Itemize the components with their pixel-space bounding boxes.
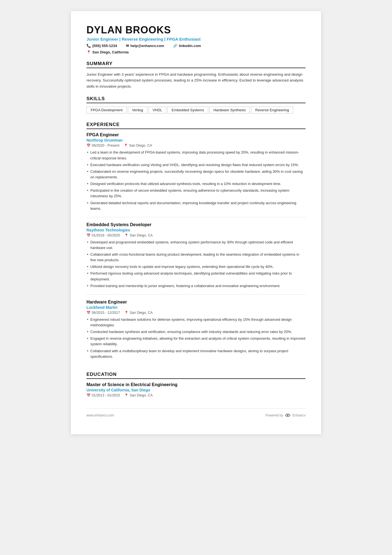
summary-section: SUMMARY Junior Engineer with 3 years' ex… [86, 61, 306, 90]
education-section: EDUCATION Master of Science in Electrica… [86, 372, 306, 397]
bullet-item: Conducted hardware synthesis and verific… [86, 329, 306, 335]
bullet-item: Collaborated with a multidisciplinary te… [86, 348, 306, 359]
bullet-item: Engineered robust hardware solutions for… [86, 317, 306, 328]
calendar-icon: 📅 [86, 311, 91, 315]
education-entry: Master of Science in Electrical Engineer… [86, 382, 306, 397]
location-icon: 📍 [124, 144, 128, 147]
exp-meta: 📅 06/2015 - 12/2017 📍 San Diego, CA [86, 311, 306, 315]
page-footer: www.enhancv.com Powered by Enhancv [86, 408, 306, 418]
email-address: help@enhancv.com [130, 44, 164, 48]
location-icon: 📍 [124, 393, 128, 397]
experience-entry: Embedded Systems Developer Raytheon Tech… [86, 222, 306, 295]
skill-item: Reverse Engineering [251, 107, 293, 114]
edu-degree: Master of Science in Electrical Engineer… [86, 382, 306, 387]
bullet-item: Performed rigorous testing using advance… [86, 271, 306, 282]
summary-text: Junior Engineer with 3 years' experience… [86, 71, 306, 90]
exp-dates: 📅 06/2015 - 12/2017 [86, 311, 120, 315]
powered-by-text: Powered by [266, 413, 283, 417]
exp-dates: 📅 06/2020 - Present [86, 144, 119, 147]
job-title: Hardware Engineer [86, 300, 306, 305]
calendar-icon: 📅 [86, 144, 91, 147]
company-name: Lockheed Martin [86, 305, 306, 310]
exp-meta: 📅 06/2020 - Present 📍 San Diego, CA [86, 144, 306, 147]
footer-brand: Powered by Enhancv [266, 413, 306, 418]
skills-title: SKILLS [86, 96, 306, 103]
bullet-item: Collaborated on reverse engineering proj… [86, 169, 306, 180]
edu-school: University of California, San Diego [86, 388, 306, 392]
company-name: Northrop Grumman [86, 138, 306, 142]
header-section: DYLAN BROOKS Junior Engineer | Reverse E… [86, 24, 306, 54]
location-text: San Diego, California [92, 50, 129, 54]
exp-location: 📍 San Diego, CA [124, 144, 152, 147]
experience-title: EXPERIENCE [86, 122, 306, 129]
contact-row: 📞 (555) 555-1234 ✉ help@enhancv.com 🔗 li… [86, 44, 306, 48]
edu-meta: 📅 01/2013 - 01/2015 📍 San Diego, CA [86, 393, 306, 397]
phone-icon: 📞 [86, 44, 91, 48]
bullet-item: Executed hardware verification using Ver… [86, 162, 306, 168]
bullet-item: Provided training and mentorship to juni… [86, 283, 306, 289]
phone-contact: 📞 (555) 555-1234 [86, 44, 117, 48]
exp-location: 📍 San Diego, CA [124, 311, 153, 315]
skill-item: VHDL [148, 107, 167, 114]
enhancv-logo [285, 413, 291, 418]
footer-website: www.enhancv.com [86, 413, 114, 417]
exp-bullets: Developed and programmed embedded system… [86, 240, 306, 289]
exp-meta: 📅 01/2018 - 05/2020 📍 San Diego, CA [86, 233, 306, 237]
edu-location: 📍 San Diego, CA [124, 393, 153, 397]
location-contact: 📍 San Diego, California [86, 50, 129, 54]
email-contact: ✉ help@enhancv.com [126, 44, 164, 48]
bullet-item: Led a team in the development of FPGA-ba… [86, 150, 306, 161]
bullet-item: Utilized design recovery tools to update… [86, 264, 306, 270]
exp-bullets: Engineered robust hardware solutions for… [86, 317, 306, 359]
location-icon: 📍 [124, 311, 128, 315]
exp-location: 📍 San Diego, CA [124, 233, 153, 237]
skills-section: SKILLS FPGA DevelopmentVerilogVHDLEmbedd… [86, 96, 306, 115]
bullet-item: Engaged in reverse engineering initiativ… [86, 336, 306, 347]
candidate-name: DYLAN BROOKS [86, 24, 306, 36]
phone-number: (555) 555-1234 [92, 44, 117, 48]
company-name: Raytheon Technologies [86, 228, 306, 232]
linkedin-url: linkedin.com [179, 44, 201, 48]
experience-section: EXPERIENCE FPGA Engineer Northrop Grumma… [86, 122, 306, 365]
exp-bullets: Led a team in the development of FPGA-ba… [86, 150, 306, 211]
bullet-item: Collaborated with cross-functional teams… [86, 252, 306, 263]
brand-name: Enhancv [292, 413, 306, 417]
job-title: Embedded Systems Developer [86, 222, 306, 227]
education-title: EDUCATION [86, 372, 306, 379]
summary-title: SUMMARY [86, 61, 306, 68]
calendar-icon: 📅 [86, 233, 91, 237]
bullet-item: Designed verification protocols that uti… [86, 181, 306, 187]
calendar-icon: 📅 [86, 393, 91, 397]
experience-entry: Hardware Engineer Lockheed Martin 📅 06/2… [86, 300, 306, 365]
candidate-title: Junior Engineer | Reverse Engineering | … [86, 37, 306, 41]
skill-item: Hardware Synthesis [209, 107, 250, 114]
location-icon: 📍 [124, 233, 128, 237]
location-icon: 📍 [86, 50, 91, 54]
job-title: FPGA Engineer [86, 132, 306, 137]
location-row: 📍 San Diego, California [86, 50, 306, 54]
bullet-item: Generated detailed technical reports and… [86, 200, 306, 211]
skill-item: Verilog [128, 107, 147, 114]
experience-entry: FPGA Engineer Northrop Grumman 📅 06/2020… [86, 132, 306, 217]
bullet-item: Developed and programmed embedded system… [86, 240, 306, 251]
linkedin-contact: 🔗 linkedin.com [173, 44, 201, 48]
svg-point-0 [287, 415, 288, 416]
skill-item: Embedded Systems [167, 107, 208, 114]
link-icon: 🔗 [173, 44, 177, 48]
bullet-item: Participated in the creation of secure e… [86, 188, 306, 199]
email-icon: ✉ [126, 44, 129, 48]
exp-dates: 📅 01/2018 - 05/2020 [86, 233, 120, 237]
skills-list: FPGA DevelopmentVerilogVHDLEmbedded Syst… [86, 107, 306, 115]
skill-item: FPGA Development [86, 107, 127, 114]
resume-page: DYLAN BROOKS Junior Engineer | Reverse E… [71, 11, 321, 434]
edu-dates: 📅 01/2013 - 01/2015 [86, 393, 120, 397]
